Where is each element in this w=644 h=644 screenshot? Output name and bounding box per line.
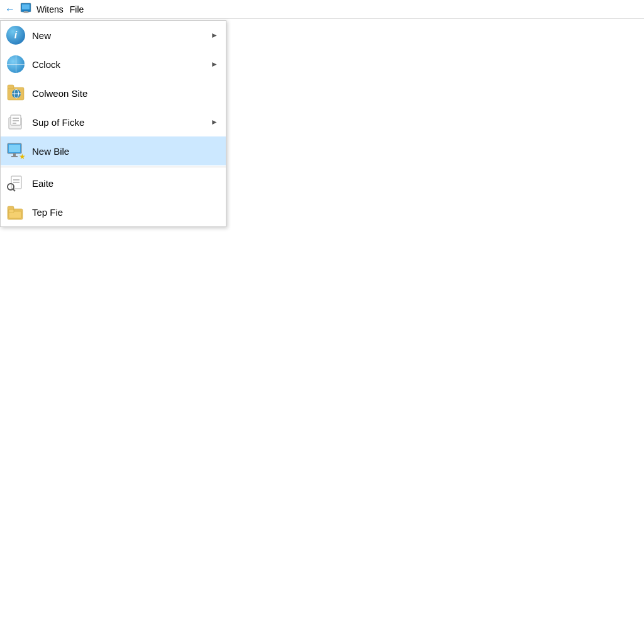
- new-icon: i: [6, 25, 26, 45]
- colweon-site-icon: [6, 83, 26, 103]
- menu-item-colweon-site-label: Colweon Site: [32, 88, 218, 99]
- titlebar: ← Witens File: [0, 0, 644, 19]
- svg-rect-5: [8, 85, 14, 89]
- new-bile-icon: ★: [6, 141, 26, 161]
- tep-fie-icon: [6, 202, 26, 222]
- menu-item-eaite[interactable]: Eaite: [1, 169, 226, 197]
- back-button[interactable]: ←: [5, 4, 15, 15]
- menu-item-colweon-site[interactable]: Colweon Site: [1, 79, 226, 108]
- app-name: Witens: [36, 4, 64, 14]
- menu-item-new-bile-label: New Bile: [32, 146, 218, 157]
- menu-separator: [1, 167, 226, 167]
- menu-item-new-label: New: [32, 30, 204, 41]
- svg-rect-3: [23, 13, 29, 13]
- menu-item-new-bile[interactable]: ★ New Bile: [1, 136, 226, 165]
- svg-text:★: ★: [19, 152, 25, 160]
- menu-item-eaite-label: Eaite: [32, 178, 218, 189]
- sup-of-ficke-icon: [6, 112, 26, 132]
- svg-rect-1: [22, 4, 30, 9]
- sup-of-ficke-arrow-icon: ►: [211, 118, 218, 126]
- titlebar-text: Witens File: [36, 4, 84, 14]
- svg-rect-15: [9, 145, 20, 152]
- cclock-arrow-icon: ►: [211, 60, 218, 69]
- menu-item-cclock[interactable]: Cclock ►: [1, 50, 226, 79]
- menu-item-tep-fie[interactable]: Tep Fie: [1, 197, 226, 226]
- svg-rect-27: [9, 209, 14, 213]
- menu-item-cclock-label: Cclock: [32, 59, 204, 70]
- file-menu: i New ► Cclock ► Colweon Site: [0, 20, 226, 227]
- svg-rect-17: [11, 156, 18, 157]
- svg-rect-2: [24, 11, 28, 13]
- svg-rect-16: [13, 153, 16, 156]
- svg-line-23: [13, 189, 15, 191]
- menu-name: File: [70, 4, 84, 14]
- menu-item-sup-of-ficke[interactable]: Sup of Ficke ►: [1, 108, 226, 136]
- eaite-icon: [6, 173, 26, 193]
- menu-item-tep-fie-label: Tep Fie: [32, 207, 218, 218]
- menu-item-new[interactable]: i New ►: [1, 21, 226, 50]
- cclock-icon: [6, 54, 26, 74]
- witens-icon: [20, 3, 31, 16]
- new-arrow-icon: ►: [211, 31, 218, 40]
- menu-item-sup-of-ficke-label: Sup of Ficke: [32, 117, 204, 128]
